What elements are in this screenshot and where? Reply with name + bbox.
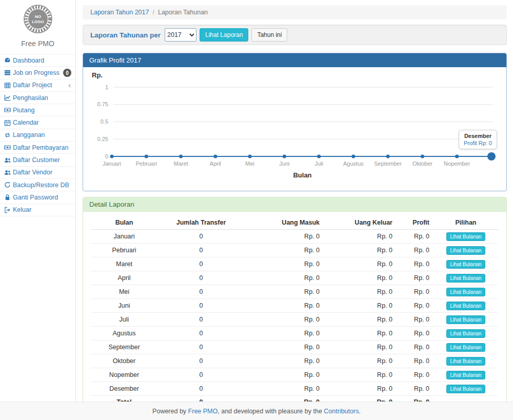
sidebar: NO LOGO Free PMO DashboardJob on Progres… bbox=[0, 0, 76, 402]
table-icon bbox=[4, 82, 13, 89]
filter-label: Laporan Tahunan per bbox=[90, 31, 161, 39]
sidebar-item-dashboard[interactable]: Dashboard bbox=[0, 54, 75, 67]
cell-uang-keluar: Rp. 0 bbox=[324, 257, 397, 271]
table-row-juni: Juni0Rp. 0Rp. 0Rp. 0Lihat Bulanan bbox=[91, 299, 498, 313]
footer-suffix: . bbox=[359, 408, 360, 415]
lihat-bulanan-button[interactable]: Lihat Bulanan bbox=[446, 329, 485, 338]
cell-bulan: Agustus bbox=[91, 327, 157, 341]
sidebar-item-keluar[interactable]: Keluar bbox=[0, 204, 75, 216]
cell-profit: Rp. 0 bbox=[397, 354, 433, 368]
cell-jumlah-transfer: 0 bbox=[157, 244, 245, 257]
sidebar-item-label: Ganti Password bbox=[13, 194, 58, 201]
sidebar-menu: DashboardJob on Progress0Daftar Project‹… bbox=[0, 54, 75, 216]
tahun-ini-button[interactable]: Tahun ini bbox=[251, 28, 287, 42]
footer: Powered by Free PMO, and developed with … bbox=[0, 402, 513, 420]
lihat-bulanan-button[interactable]: Lihat Bulanan bbox=[446, 274, 485, 283]
breadcrumb-link[interactable]: Laporan Tahun 2017 bbox=[90, 9, 149, 16]
report-table: BulanJumlah TransferUang MasukUang Kelua… bbox=[91, 216, 498, 408]
svg-text:0.5: 0.5 bbox=[101, 118, 108, 125]
sidebar-item-daftar-vendor[interactable]: Daftar Vendor bbox=[0, 167, 75, 179]
lihat-bulanan-button[interactable]: Lihat Bulanan bbox=[446, 302, 485, 310]
cell-uang-masuk: Rp. 0 bbox=[245, 368, 324, 382]
sidebar-item-calendar[interactable]: Calendar bbox=[0, 116, 75, 129]
cell-bulan: Juni bbox=[91, 299, 157, 313]
cell-jumlah-transfer: 0 bbox=[157, 382, 245, 396]
cell-jumlah-transfer: 0 bbox=[157, 257, 245, 271]
lihat-bulanan-button[interactable]: Lihat Bulanan bbox=[446, 385, 485, 393]
cell-bulan: Nopember bbox=[91, 368, 157, 382]
sidebar-item-piutang[interactable]: Piutang bbox=[0, 104, 75, 116]
sidebar-item-label: Daftar Vendor bbox=[13, 169, 52, 176]
cell-uang-masuk: Rp. 0 bbox=[245, 327, 324, 341]
svg-text:Juni: Juni bbox=[279, 161, 289, 167]
cell-uang-masuk: Rp. 0 bbox=[245, 341, 324, 354]
cell-jumlah-transfer: 0 bbox=[157, 354, 245, 368]
line-chart-icon bbox=[4, 94, 13, 101]
lihat-bulanan-button[interactable]: Lihat Bulanan bbox=[446, 315, 485, 324]
lihat-bulanan-button[interactable]: Lihat Bulanan bbox=[446, 246, 485, 255]
sidebar-item-daftar-pembayaran[interactable]: Daftar Pembayaran bbox=[0, 142, 75, 154]
lihat-bulanan-button[interactable]: Lihat Bulanan bbox=[446, 371, 485, 379]
sidebar-item-penghasilan[interactable]: Penghasilan bbox=[0, 92, 75, 104]
dashboard-icon bbox=[4, 57, 13, 64]
lihat-bulanan-button[interactable]: Lihat Bulanan bbox=[446, 343, 485, 352]
svg-text:Mei: Mei bbox=[245, 161, 254, 167]
lihat-laporan-button[interactable]: Lihat Laporan bbox=[200, 28, 248, 42]
lihat-bulanan-button[interactable]: Lihat Bulanan bbox=[446, 260, 485, 269]
brand-name: Free PMO bbox=[0, 39, 75, 48]
breadcrumb-separator: / bbox=[152, 9, 154, 16]
table-row-oktober: Oktober0Rp. 0Rp. 0Rp. 0Lihat Bulanan bbox=[91, 354, 498, 368]
table-row-januari: Januari0Rp. 0Rp. 0Rp. 0Lihat Bulanan bbox=[91, 230, 498, 244]
no-logo-stamp-icon: NO LOGO bbox=[23, 4, 53, 34]
sidebar-item-job-on-progress[interactable]: Job on Progress0 bbox=[0, 67, 75, 79]
cell-uang-masuk: Rp. 0 bbox=[245, 257, 324, 271]
lihat-bulanan-button[interactable]: Lihat Bulanan bbox=[446, 357, 485, 366]
sidebar-item-daftar-customer[interactable]: Daftar Customer bbox=[0, 154, 75, 166]
chart-panel-title: Grafik Profit 2017 bbox=[83, 53, 506, 67]
cell-uang-keluar: Rp. 0 bbox=[324, 382, 397, 396]
cell-bulan: Juli bbox=[91, 313, 157, 327]
cell-uang-keluar: Rp. 0 bbox=[324, 341, 397, 354]
lihat-bulanan-button[interactable]: Lihat Bulanan bbox=[446, 288, 485, 296]
footer-link-contributors[interactable]: Contributors bbox=[324, 408, 359, 415]
svg-text:1: 1 bbox=[105, 84, 108, 90]
cell-profit: Rp. 0 bbox=[397, 313, 433, 327]
chart-panel-body: Rp. 10.750.50.250JanuariPebruariMaretApr… bbox=[83, 67, 506, 191]
cell-bulan: Januari bbox=[91, 230, 157, 244]
sidebar-item-backup-restore-db[interactable]: Backup/Restore DB bbox=[0, 179, 75, 191]
sidebar-item-ganti-password[interactable]: Ganti Password bbox=[0, 191, 75, 204]
sidebar-item-label: Keluar bbox=[13, 206, 31, 213]
table-row-nopember: Nopember0Rp. 0Rp. 0Rp. 0Lihat Bulanan bbox=[91, 368, 498, 382]
year-select[interactable]: 2017 bbox=[165, 28, 196, 42]
sidebar-item-langganan[interactable]: Langganan bbox=[0, 129, 75, 142]
cell-uang-masuk: Rp. 0 bbox=[245, 271, 324, 285]
cell-profit: Rp. 0 bbox=[397, 257, 433, 271]
profit-chart-panel: Grafik Profit 2017 Rp. 10.750.50.250Janu… bbox=[83, 53, 507, 191]
column-header-bulan: Bulan bbox=[91, 216, 157, 230]
footer-prefix: Powered by bbox=[152, 408, 188, 415]
cell-uang-masuk: Rp. 0 bbox=[245, 382, 324, 396]
calendar-icon bbox=[4, 119, 13, 126]
cell-profit: Rp. 0 bbox=[397, 271, 433, 285]
cell-jumlah-transfer: 0 bbox=[157, 327, 245, 341]
sidebar-item-daftar-project[interactable]: Daftar Project‹ bbox=[0, 79, 75, 92]
cell-jumlah-transfer: 0 bbox=[157, 285, 245, 299]
table-row-juli: Juli0Rp. 0Rp. 0Rp. 0Lihat Bulanan bbox=[91, 313, 498, 327]
column-header-pilihan: Pilihan bbox=[433, 216, 498, 230]
detail-panel-title: Detail Laporan bbox=[83, 197, 506, 212]
cell-uang-keluar: Rp. 0 bbox=[324, 313, 397, 327]
lihat-bulanan-button[interactable]: Lihat Bulanan bbox=[446, 232, 485, 241]
svg-text:Pebruari: Pebruari bbox=[135, 161, 157, 167]
cell-uang-keluar: Rp. 0 bbox=[324, 354, 397, 368]
cell-uang-masuk: Rp. 0 bbox=[245, 313, 324, 327]
cell-uang-keluar: Rp. 0 bbox=[324, 327, 397, 341]
svg-text:Agustus: Agustus bbox=[343, 161, 364, 167]
cell-profit: Rp. 0 bbox=[397, 285, 433, 299]
sidebar-item-label: Dashboard bbox=[13, 57, 44, 64]
cell-uang-keluar: Rp. 0 bbox=[324, 244, 397, 257]
logo: NO LOGO Free PMO bbox=[0, 0, 75, 48]
table-row-pebruari: Pebruari0Rp. 0Rp. 0Rp. 0Lihat Bulanan bbox=[91, 244, 498, 257]
retweet-icon bbox=[4, 132, 13, 138]
footer-link-free-pmo[interactable]: Free PMO bbox=[188, 408, 218, 415]
cell-uang-masuk: Rp. 0 bbox=[245, 230, 324, 244]
